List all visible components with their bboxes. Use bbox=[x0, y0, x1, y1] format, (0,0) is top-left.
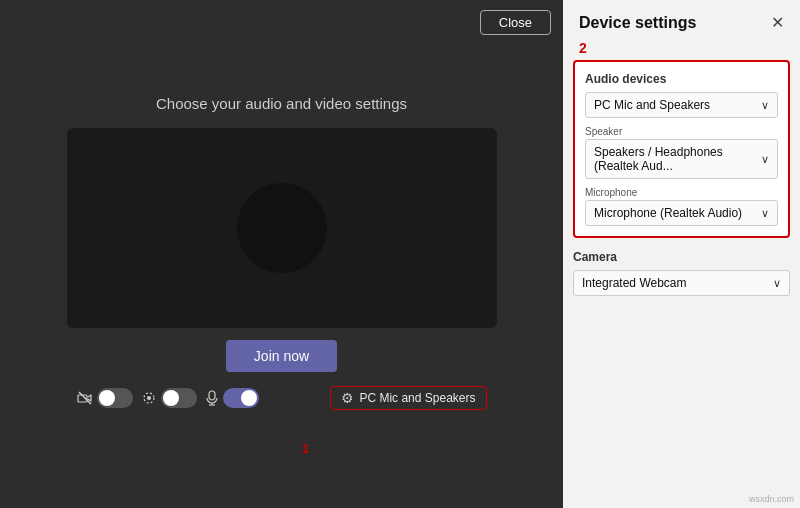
mic-toggle-knob bbox=[241, 390, 257, 406]
video-off-icon bbox=[77, 390, 93, 406]
camera-section-label: Camera bbox=[573, 250, 790, 264]
video-toggle-knob bbox=[99, 390, 115, 406]
svg-rect-4 bbox=[209, 391, 215, 400]
speaker-value: Speakers / Headphones (Realtek Aud... bbox=[594, 145, 761, 173]
blur-toggle-knob bbox=[163, 390, 179, 406]
right-panel: Device settings ✕ 2 Audio devices PC Mic… bbox=[563, 0, 800, 508]
speaker-sublabel: Speaker bbox=[585, 126, 778, 137]
close-button[interactable]: Close bbox=[480, 10, 551, 35]
mic-control-item bbox=[205, 388, 259, 408]
mic-sublabel: Microphone bbox=[585, 187, 778, 198]
speaker-chevron-icon: ∨ bbox=[761, 153, 769, 166]
blur-toggle[interactable] bbox=[161, 388, 197, 408]
video-toggle[interactable] bbox=[97, 388, 133, 408]
panel-header: Device settings ✕ bbox=[563, 0, 800, 40]
mic-chevron-icon: ∨ bbox=[761, 207, 769, 220]
watermark: wsxdn.com bbox=[749, 494, 794, 504]
camera-section: Camera Integrated Webcam ∨ bbox=[573, 250, 790, 296]
camera-dropdown[interactable]: Integrated Webcam ∨ bbox=[573, 270, 790, 296]
speaker-dropdown[interactable]: Speakers / Headphones (Realtek Aud... ∨ bbox=[585, 139, 778, 179]
gear-icon: ⚙ bbox=[341, 390, 354, 406]
blur-icon bbox=[141, 390, 157, 406]
mic-value: Microphone (Realtek Audio) bbox=[594, 206, 742, 220]
svg-point-3 bbox=[147, 396, 151, 400]
audio-section-label: Audio devices bbox=[585, 72, 778, 86]
join-now-button[interactable]: Join now bbox=[226, 340, 337, 372]
badge-2: 2 bbox=[563, 40, 800, 60]
mic-toggle[interactable] bbox=[223, 388, 259, 408]
audio-device-chevron-icon: ∨ bbox=[761, 99, 769, 112]
camera-preview-circle bbox=[237, 183, 327, 273]
audio-device-value: PC Mic and Speakers bbox=[594, 98, 710, 112]
camera-value: Integrated Webcam bbox=[582, 276, 687, 290]
badge-1: 1 bbox=[302, 441, 309, 456]
video-preview bbox=[67, 128, 497, 328]
mic-dropdown[interactable]: Microphone (Realtek Audio) ∨ bbox=[585, 200, 778, 226]
settings-chip[interactable]: ⚙ PC Mic and Speakers bbox=[330, 386, 486, 410]
close-btn-area: Close bbox=[0, 0, 563, 35]
bottom-controls: Join now bbox=[67, 328, 497, 416]
video-control-item bbox=[77, 388, 133, 408]
audio-device-dropdown[interactable]: PC Mic and Speakers ∨ bbox=[585, 92, 778, 118]
close-x-button[interactable]: ✕ bbox=[771, 15, 784, 31]
panel-title: Device settings bbox=[579, 14, 696, 32]
choose-text: Choose your audio and video settings bbox=[156, 95, 407, 112]
mic-icon bbox=[205, 390, 219, 406]
control-bar: ⚙ PC Mic and Speakers bbox=[67, 380, 497, 416]
audio-section: Audio devices PC Mic and Speakers ∨ Spea… bbox=[573, 60, 790, 238]
left-panel: Close Choose your audio and video settin… bbox=[0, 0, 563, 508]
blur-control-item bbox=[141, 388, 197, 408]
camera-chevron-icon: ∨ bbox=[773, 277, 781, 290]
settings-chip-label: PC Mic and Speakers bbox=[359, 391, 475, 405]
